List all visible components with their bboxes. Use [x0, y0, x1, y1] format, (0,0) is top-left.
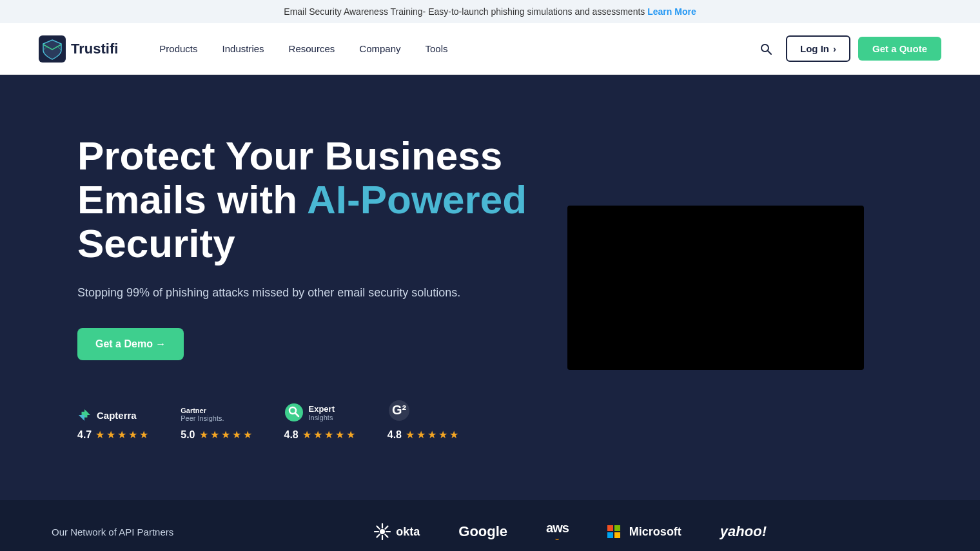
hero-title-part2: Security [77, 221, 235, 266]
search-icon [760, 43, 772, 55]
g2-stars-row: 4.8 ★ ★ ★ ★ ★ [387, 429, 458, 441]
capterra-score: 4.7 [77, 429, 92, 441]
partners-logos: okta Google aws ⌣ Microsoft yahoo! [212, 521, 928, 543]
okta-label: okta [396, 525, 420, 539]
rating-expert-insights: Expert Insights 4.8 ★ ★ ★ ★ ★ [284, 403, 355, 441]
gartner-score: 5.0 [181, 429, 195, 441]
demo-button[interactable]: Get a Demo → [77, 328, 184, 360]
nav-industries[interactable]: Industries [213, 38, 273, 59]
yahoo-label: yahoo! [720, 523, 767, 540]
microsoft-label: Microsoft [629, 525, 681, 539]
partners-label: Our Network of API Partners [52, 527, 173, 537]
nav-tools[interactable]: Tools [416, 38, 457, 59]
banner-link[interactable]: Learn More [647, 6, 696, 17]
hero-content: Protect Your BusinessEmails with AI-Powe… [77, 134, 529, 441]
search-button[interactable] [754, 37, 778, 61]
ratings-row: Capterra 4.7 ★ ★ ★ ★ ★ Gart [77, 399, 529, 441]
hero-video[interactable] [567, 206, 864, 370]
partner-aws: aws ⌣ [546, 521, 569, 543]
expert-insights-score: 4.8 [284, 429, 299, 441]
g2-logo: G² [387, 399, 458, 422]
nav-links: Products Industries Resources Company To… [150, 38, 754, 59]
login-button[interactable]: Log In › [786, 35, 850, 62]
g2-score: 4.8 [387, 429, 402, 441]
nav-products[interactable]: Products [150, 38, 206, 59]
aws-label: aws ⌣ [546, 521, 569, 543]
svg-line-21 [377, 534, 380, 537]
rating-g2: G² 4.8 ★ ★ ★ ★ ★ [387, 399, 458, 441]
rating-capterra: Capterra 4.7 ★ ★ ★ ★ ★ [77, 408, 148, 441]
gartner-stars: ★ ★ ★ ★ ★ [199, 429, 252, 441]
partner-yahoo: yahoo! [720, 523, 767, 540]
google-label: Google [458, 523, 507, 540]
top-banner: Email Security Awareness Training- Easy-… [0, 0, 980, 23]
hero-title-highlight: AI-Powered [307, 177, 527, 222]
partner-okta: okta [374, 523, 420, 540]
navbar: Trustifi Products Industries Resources C… [0, 23, 980, 75]
nav-company[interactable]: Company [350, 38, 409, 59]
expert-insights-stars: ★ ★ ★ ★ ★ [302, 429, 355, 441]
svg-line-4 [768, 51, 771, 54]
g2-icon: G² [387, 399, 411, 422]
svg-marker-6 [84, 409, 90, 415]
capterra-logo: Capterra [77, 408, 148, 422]
expert-insights-label: Expert Insights [309, 404, 335, 421]
logo-text: Trustifi [71, 41, 118, 57]
banner-text: Email Security Awareness Training- Easy-… [284, 6, 647, 17]
partners-section: Our Network of API Partners okta Google [0, 500, 980, 551]
gartner-logo: Gartner Peer Insights. [181, 407, 251, 422]
gartner-stars-row: 5.0 ★ ★ ★ ★ ★ [181, 429, 251, 441]
g2-stars: ★ ★ ★ ★ ★ [406, 429, 458, 441]
hero-section: Protect Your BusinessEmails with AI-Powe… [0, 75, 980, 500]
microsoft-icon [607, 525, 620, 538]
svg-line-20 [386, 527, 388, 529]
capterra-label: Capterra [97, 410, 137, 421]
svg-point-13 [380, 529, 385, 534]
expert-insights-icon [284, 403, 304, 422]
chevron-right-icon: › [833, 43, 836, 54]
expert-insights-stars-row: 4.8 ★ ★ ★ ★ ★ [284, 429, 355, 441]
nav-resources[interactable]: Resources [280, 38, 344, 59]
hero-subtitle: Stopping 99% of phishing attacks missed … [77, 284, 529, 302]
capterra-stars-row: 4.7 ★ ★ ★ ★ ★ [77, 429, 148, 441]
logo-icon [39, 35, 66, 63]
logo[interactable]: Trustifi [39, 35, 118, 63]
expert-insights-logo: Expert Insights [284, 403, 355, 422]
svg-point-8 [285, 403, 303, 421]
svg-line-18 [377, 527, 380, 529]
partner-microsoft: Microsoft [607, 525, 681, 539]
svg-line-19 [386, 534, 388, 537]
rating-gartner: Gartner Peer Insights. 5.0 ★ ★ ★ ★ ★ [181, 407, 251, 441]
nav-actions: Log In › Get a Quote [754, 35, 941, 62]
okta-icon [374, 523, 391, 540]
quote-button[interactable]: Get a Quote [858, 37, 941, 61]
capterra-icon [77, 408, 92, 422]
svg-text:G²: G² [392, 403, 407, 417]
hero-title: Protect Your BusinessEmails with AI-Powe… [77, 134, 529, 266]
capterra-stars: ★ ★ ★ ★ ★ [95, 429, 148, 441]
partner-google: Google [458, 523, 507, 540]
svg-marker-7 [79, 415, 84, 421]
gartner-label: Gartner Peer Insights. [181, 407, 224, 422]
